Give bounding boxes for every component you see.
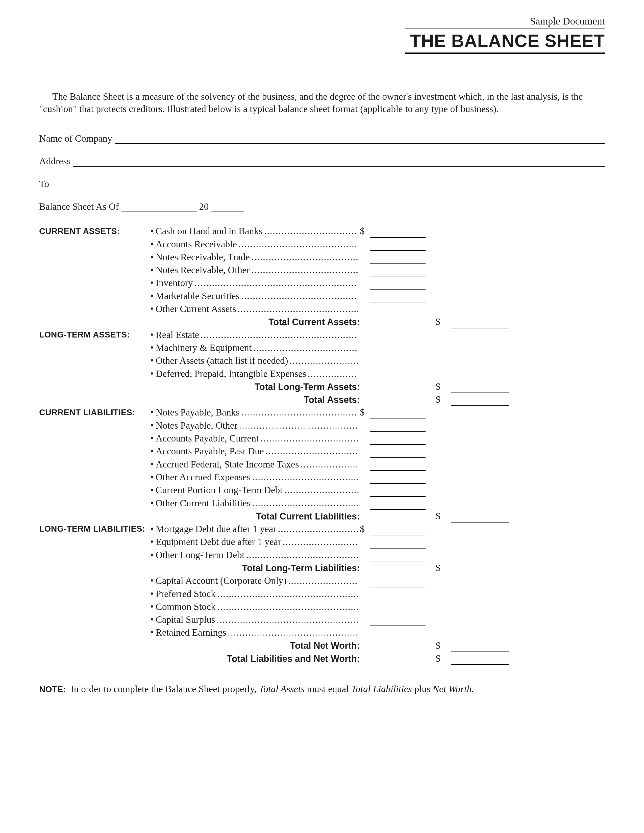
- line-row: Total Net Worth:$: [39, 639, 605, 652]
- amount-line[interactable]: [370, 630, 425, 639]
- item-label: Mortgage Debt due after 1 year: [156, 523, 276, 536]
- amount-line[interactable]: [451, 320, 509, 328]
- amount-line[interactable]: [370, 229, 425, 238]
- bullet-icon: •: [150, 587, 156, 600]
- line-row: • Machinery & Equipment ................…: [39, 341, 605, 354]
- bullet-icon: •: [150, 264, 156, 277]
- amount-line[interactable]: [370, 268, 425, 277]
- year-line[interactable]: [211, 204, 244, 212]
- amount-line[interactable]: [370, 410, 425, 419]
- dollar-sign: $: [436, 393, 451, 406]
- line-row: • Other Accrued Expenses ...............…: [39, 471, 605, 484]
- bullet-icon: •: [150, 626, 156, 639]
- address-line[interactable]: [73, 159, 605, 167]
- leader-dots: ........................................…: [241, 406, 358, 419]
- line-item: • Inventory ............................…: [150, 277, 360, 289]
- section-heading: LONG-TERM ASSETS:: [39, 329, 150, 341]
- amount-line[interactable]: [370, 242, 425, 251]
- line-row: Total Assets:$: [39, 393, 605, 406]
- amount-line[interactable]: [370, 436, 425, 445]
- line-item: • Other Long-Term Debt .................…: [150, 548, 360, 561]
- note-t2: must equal: [304, 683, 351, 694]
- amount-line[interactable]: [370, 579, 425, 587]
- asof-line[interactable]: [121, 204, 197, 212]
- note-prefix: NOTE:: [39, 684, 66, 694]
- leader-dots: ........................................…: [260, 432, 358, 445]
- leader-dots: ........................................…: [228, 626, 358, 639]
- line-item: • Notes Receivable, Trade ..............…: [150, 251, 360, 264]
- line-row: • Accounts Payable, Current ............…: [39, 432, 605, 445]
- amount-line[interactable]: [451, 656, 509, 665]
- header: Sample Document THE BALANCE SHEET: [39, 15, 605, 54]
- amount-line[interactable]: [451, 566, 509, 574]
- intro-text: The Balance Sheet is a measure of the so…: [39, 91, 583, 114]
- line-item: • Mortgage Debt due after 1 year .......…: [150, 523, 360, 536]
- to-label: To: [39, 178, 52, 189]
- amount-line[interactable]: [451, 397, 509, 406]
- line-row: • Other Assets (attach list if needed) .…: [39, 354, 605, 367]
- amount-line[interactable]: [370, 592, 425, 600]
- amount-line[interactable]: [370, 346, 425, 354]
- leader-dots: ........................................…: [195, 277, 358, 289]
- amount-line[interactable]: [370, 618, 425, 626]
- amount-line[interactable]: [370, 553, 425, 561]
- item-label: Notes Payable, Other: [156, 419, 237, 432]
- amount-line[interactable]: [370, 294, 425, 302]
- line-item: • Other Assets (attach list if needed) .…: [150, 354, 360, 367]
- item-label: Current Portion Long-Term Debt: [156, 484, 283, 497]
- line-item: • Notes Payable, Other .................…: [150, 419, 360, 432]
- line-item: • Machinery & Equipment ................…: [150, 341, 360, 354]
- company-name-line[interactable]: [115, 136, 605, 144]
- item-label: Capital Account (Corporate Only): [156, 574, 287, 587]
- amount-line[interactable]: [370, 462, 425, 471]
- line-item: • Accrued Federal, State Income Taxes ..…: [150, 458, 360, 471]
- bullet-icon: •: [150, 497, 156, 510]
- note-i3: Net Worth: [433, 683, 472, 694]
- line-row: LONG-TERM LIABILITIES:• Mortgage Debt du…: [39, 523, 605, 536]
- amount-line[interactable]: [370, 449, 425, 458]
- amount-line[interactable]: [370, 501, 425, 510]
- leader-dots: ........................................…: [239, 419, 358, 432]
- leader-dots: ........................................…: [217, 600, 358, 613]
- line-row: Total Long-Term Liabilities:$: [39, 561, 605, 574]
- line-row: • Accrued Federal, State Income Taxes ..…: [39, 458, 605, 471]
- amount-line[interactable]: [370, 423, 425, 432]
- page-title: THE BALANCE SHEET: [405, 29, 605, 53]
- bullet-icon: •: [150, 536, 156, 548]
- amount-line[interactable]: [370, 371, 425, 380]
- amount-line[interactable]: [370, 475, 425, 484]
- footnote: NOTE: In order to complete the Balance S…: [39, 683, 605, 695]
- bullet-icon: •: [150, 419, 156, 432]
- amount-line[interactable]: [370, 333, 425, 341]
- amount-line[interactable]: [370, 281, 425, 289]
- leader-dots: ........................................…: [201, 328, 358, 341]
- amount-line[interactable]: [370, 359, 425, 367]
- amount-line[interactable]: [370, 527, 425, 536]
- leader-dots: ........................................…: [264, 225, 358, 238]
- amount-line[interactable]: [370, 488, 425, 497]
- bullet-icon: •: [150, 328, 156, 341]
- item-label: Common Stock: [156, 600, 216, 613]
- line-item: • Other Current Liabilities ............…: [150, 497, 360, 510]
- total-label: Total Net Worth:: [39, 640, 360, 652]
- amount-line[interactable]: [370, 255, 425, 264]
- amount-line[interactable]: [451, 643, 509, 652]
- dollar-sign: $: [436, 315, 451, 328]
- to-line[interactable]: [52, 181, 231, 189]
- line-row: • Other Long-Term Debt .................…: [39, 548, 605, 561]
- line-row: • Notes Receivable, Other ..............…: [39, 264, 605, 277]
- item-label: Marketable Securities: [156, 289, 240, 302]
- line-row: • Current Portion Long-Term Debt .......…: [39, 484, 605, 497]
- item-label: Real Estate: [156, 328, 199, 341]
- item-label: Other Long-Term Debt: [156, 548, 245, 561]
- amount-line[interactable]: [370, 540, 425, 548]
- bullet-icon: •: [150, 484, 156, 497]
- section-heading: CURRENT LIABILITIES:: [39, 407, 150, 418]
- amount-line[interactable]: [370, 605, 425, 613]
- line-row: • Other Current Liabilities ............…: [39, 497, 605, 510]
- amount-line[interactable]: [370, 307, 425, 315]
- amount-line[interactable]: [451, 384, 509, 393]
- amount-line[interactable]: [451, 514, 509, 523]
- leader-dots: ........................................…: [253, 341, 358, 354]
- line-row: • Capital Surplus ......................…: [39, 613, 605, 626]
